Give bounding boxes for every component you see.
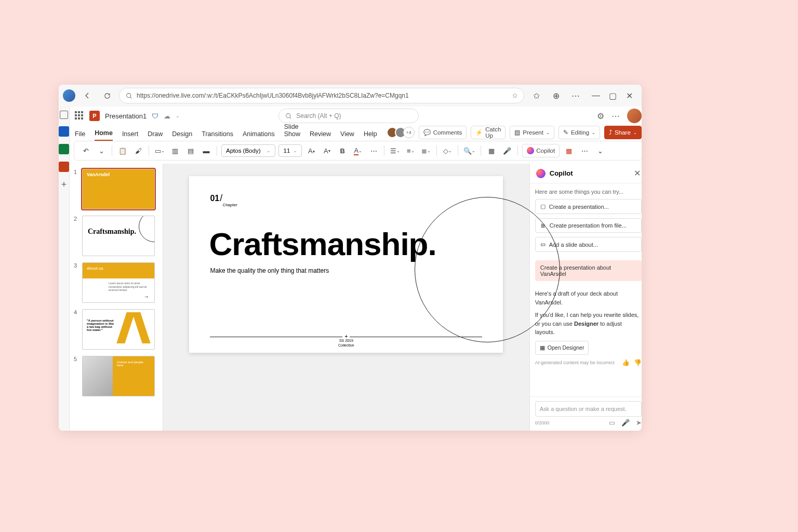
font-size-selector[interactable]: 11⌄ xyxy=(278,144,302,157)
tab-help[interactable]: Help xyxy=(364,130,377,141)
tab-slideshow[interactable]: Slide Show xyxy=(284,123,300,141)
ribbon-tabs: File Home Insert Draw Design Transitions… xyxy=(70,125,642,141)
copilot-close-button[interactable]: ✕ xyxy=(634,168,641,178)
word-app-icon[interactable] xyxy=(59,126,69,137)
tab-actions-icon[interactable] xyxy=(60,111,68,119)
copilot-toolbar-button[interactable]: Copilot xyxy=(522,144,560,157)
browser-profile-avatar[interactable] xyxy=(63,89,75,102)
more-options-icon[interactable]: ⋯ xyxy=(611,111,620,121)
slide-thumbnail-4[interactable]: 4 "A person without imagination is like … xyxy=(74,309,158,350)
slide-canvas-area[interactable]: 01/ Chapter Craftsmanship. Make the qual… xyxy=(163,164,529,431)
tab-home[interactable]: Home xyxy=(95,129,113,141)
account-avatar[interactable] xyxy=(627,109,642,123)
microphone-icon[interactable]: 🎤 xyxy=(621,419,630,427)
redo-button[interactable]: ⌄ xyxy=(95,144,108,157)
slide-headline[interactable]: Craftsmanship. xyxy=(209,225,436,262)
toolbar-overflow[interactable]: ⋯ xyxy=(578,144,591,157)
chevron-down-icon: ⌄ xyxy=(267,148,271,153)
character-counter: 0/2000 xyxy=(535,420,550,425)
present-button[interactable]: ▧Present⌄ xyxy=(510,126,554,139)
url-input[interactable] xyxy=(137,92,508,99)
new-slide-button[interactable]: ▭⌄ xyxy=(153,144,166,157)
align-button[interactable]: ≣⌄ xyxy=(420,144,432,157)
search-box[interactable]: Search (Alt + Q) xyxy=(278,109,419,123)
editing-mode-button[interactable]: ✎Editing⌄ xyxy=(558,126,600,139)
sensitivity-shield-icon[interactable]: 🛡 xyxy=(152,112,158,120)
numbering-button[interactable]: ≡⌄ xyxy=(404,144,417,157)
card-icon[interactable]: ▭ xyxy=(609,419,615,427)
refresh-button[interactable] xyxy=(99,88,115,103)
slide-thumbnail-5[interactable]: 5 Culture and people here. xyxy=(74,356,158,396)
presence-indicator[interactable]: +4 xyxy=(387,127,415,138)
browser-more-icon[interactable]: ⋯ xyxy=(568,88,583,103)
open-designer-button[interactable]: ▦Open Designer xyxy=(535,341,589,355)
presence-overflow[interactable]: +4 xyxy=(403,127,415,138)
slide-thumbnail-1[interactable]: 1 VanArsdel xyxy=(74,169,158,209)
powerpoint-logo-icon: P xyxy=(89,111,100,121)
dictate-button[interactable]: 🎤 xyxy=(501,144,513,157)
decrease-font-button[interactable]: A▾ xyxy=(321,144,333,157)
font-family-selector[interactable]: Aptos (Body)⌄ xyxy=(221,144,275,157)
thumbs-up-icon[interactable]: 👍 xyxy=(622,358,630,367)
back-button[interactable] xyxy=(79,88,95,103)
designer-button[interactable]: ▦ xyxy=(485,144,498,157)
home-toolbar: ↶ ⌄ 📋 🖌 ▭⌄ ▥ ▤ ▬ Aptos (Body)⌄ 11⌄ A▴ A▾… xyxy=(74,141,642,161)
tab-insert[interactable]: Insert xyxy=(122,130,138,141)
slide-subheadline[interactable]: Make the quality the only thing that mat… xyxy=(210,267,329,274)
find-button[interactable]: 🔍⌄ xyxy=(462,144,476,157)
app-launcher-icon[interactable] xyxy=(75,111,84,121)
copilot-title: Copilot xyxy=(550,169,630,177)
tab-review[interactable]: Review xyxy=(310,130,331,141)
tab-transitions[interactable]: Transitions xyxy=(202,130,233,141)
chevron-down-icon: ⌄ xyxy=(293,148,297,153)
layout-button[interactable]: ▥ xyxy=(169,144,181,157)
add-app-icon[interactable]: + xyxy=(59,179,69,190)
reading-mode-icon[interactable]: ✩ xyxy=(512,92,517,99)
comments-button[interactable]: 💬Comments xyxy=(419,126,467,139)
close-button[interactable]: ✕ xyxy=(625,91,633,100)
slide-thumbnail-3[interactable]: 3 About us.Lorem ipsum dolor sit amet co… xyxy=(74,262,158,303)
copilot-intro: Here are some things you can try... xyxy=(535,189,642,195)
format-painter-button[interactable]: 🖌 xyxy=(132,144,144,157)
reset-button[interactable]: ▤ xyxy=(184,144,197,157)
font-color-button[interactable]: A⌄ xyxy=(352,144,364,157)
copilot-suggestion-create[interactable]: ▢Create a presentation... xyxy=(535,199,642,214)
tab-design[interactable]: Design xyxy=(172,130,192,141)
document-title[interactable]: Presentation1 xyxy=(105,112,147,120)
tab-view[interactable]: View xyxy=(340,130,354,141)
search-icon xyxy=(285,113,292,119)
copilot-input[interactable]: Ask a question or make a request. xyxy=(535,401,642,417)
bold-button[interactable]: B xyxy=(336,144,349,157)
title-dropdown-icon[interactable]: ⌄ xyxy=(176,113,180,118)
search-placeholder: Search (Alt + Q) xyxy=(296,112,341,119)
address-bar[interactable]: ✩ xyxy=(119,88,524,103)
section-button[interactable]: ▬ xyxy=(200,144,212,157)
copilot-suggestion-from-file[interactable]: 🗎Create presentation from file... xyxy=(535,218,642,233)
more-font-options[interactable]: ⋯ xyxy=(367,144,380,157)
share-icon: ⤴ xyxy=(609,129,612,136)
collapse-ribbon[interactable]: ⌄ xyxy=(594,144,606,157)
current-slide[interactable]: 01/ Chapter Craftsmanship. Make the qual… xyxy=(189,176,503,353)
catchup-button[interactable]: ⚡Catch Up xyxy=(471,126,506,139)
favorites-icon[interactable]: ✩ xyxy=(528,88,544,103)
grid-view-button[interactable]: ▦ xyxy=(563,144,575,157)
bullets-button[interactable]: ☰⌄ xyxy=(389,144,401,157)
undo-button[interactable]: ↶ xyxy=(79,144,92,157)
tab-draw[interactable]: Draw xyxy=(148,130,163,141)
slide-thumbnail-2[interactable]: 2 Craftsmanship. xyxy=(74,216,158,256)
maximize-button[interactable]: ▢ xyxy=(608,91,617,100)
share-button[interactable]: ⤴Share⌄ xyxy=(604,126,642,139)
paste-button[interactable]: 📋 xyxy=(116,144,129,157)
minimize-button[interactable]: — xyxy=(592,91,600,100)
settings-icon[interactable]: ⚙ xyxy=(597,111,604,121)
tab-animations[interactable]: Animations xyxy=(243,130,275,141)
powerpoint-app-icon[interactable] xyxy=(59,162,69,172)
excel-app-icon[interactable] xyxy=(59,144,69,154)
save-status-icon[interactable]: ☁ xyxy=(164,112,170,120)
send-icon[interactable]: ➤ xyxy=(636,419,642,427)
tab-file[interactable]: File xyxy=(75,130,85,141)
thumbs-down-icon[interactable]: 👎 xyxy=(634,358,642,367)
collections-icon[interactable]: ⊕ xyxy=(548,88,564,103)
shapes-button[interactable]: ◇⌄ xyxy=(441,144,454,157)
increase-font-button[interactable]: A▴ xyxy=(305,144,317,157)
